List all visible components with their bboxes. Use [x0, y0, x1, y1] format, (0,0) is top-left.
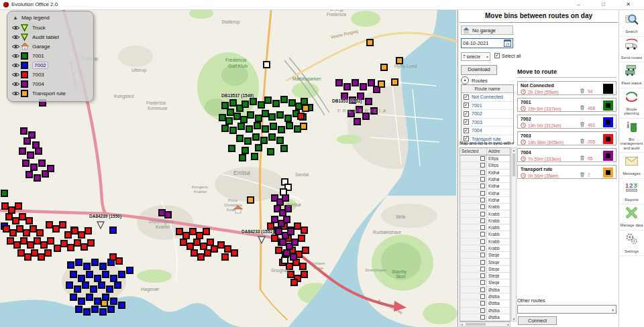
bin-red[interactable]: [59, 221, 66, 228]
bin-blue[interactable]: [70, 293, 77, 301]
route-checkbox[interactable]: ✓: [464, 128, 469, 133]
bin-red[interactable]: [203, 228, 210, 235]
bin-green[interactable]: [268, 113, 276, 121]
address-row[interactable]: Kidhø: [460, 176, 510, 183]
address-row[interactable]: Stege: [460, 266, 510, 273]
address-checkbox[interactable]: [480, 177, 485, 182]
bin-blue[interactable]: [91, 306, 99, 313]
bin-blue[interactable]: [83, 308, 91, 316]
address-checkbox[interactable]: [480, 225, 485, 230]
bin-green[interactable]: [278, 126, 285, 133]
address-row[interactable]: Krabb: [460, 210, 510, 217]
bin-green[interactable]: [228, 145, 235, 152]
bin-green[interactable]: [250, 98, 257, 105]
address-row[interactable]: Krabb: [460, 239, 510, 245]
bin-red[interactable]: [302, 247, 309, 254]
address-checkbox[interactable]: [480, 301, 485, 306]
scrollbar-thumb[interactable]: [513, 153, 515, 176]
bin-blue[interactable]: [86, 293, 93, 301]
bin-purple[interactable]: [20, 127, 28, 135]
address-row[interactable]: Ellips: [460, 155, 510, 162]
address-checkbox[interactable]: [480, 204, 485, 209]
bin-green[interactable]: [252, 133, 260, 141]
address-row[interactable]: Kidhø: [460, 190, 510, 196]
bin-orange[interactable]: [300, 123, 307, 130]
bin-blue[interactable]: [109, 226, 117, 234]
bin-blue[interactable]: [107, 306, 115, 313]
route-row[interactable]: ✓7004: [462, 127, 513, 135]
bin-green[interactable]: [276, 111, 284, 119]
bin-green[interactable]: [251, 153, 258, 160]
bin-green[interactable]: [280, 145, 288, 152]
bin-red[interactable]: [298, 235, 305, 242]
calendar-icon[interactable]: 15: [504, 40, 511, 47]
bin-red[interactable]: [36, 229, 44, 237]
visibility-eye-icon[interactable]: [11, 87, 21, 99]
address-checkbox[interactable]: [480, 218, 485, 223]
bin-blue[interactable]: [86, 271, 93, 278]
bin-purple[interactable]: [35, 147, 42, 155]
toolbar-item-messages[interactable]: Messages: [620, 153, 644, 179]
bin-blue[interactable]: [91, 259, 99, 266]
address-row[interactable]: Østba: [460, 287, 510, 293]
maximize-button[interactable]: □: [598, 1, 608, 8]
bin-purple[interactable]: [22, 159, 30, 167]
bin-green[interactable]: [247, 111, 254, 119]
bin-purple[interactable]: [164, 211, 172, 218]
bin-blue[interactable]: [90, 285, 97, 293]
bin-white[interactable]: [280, 188, 287, 196]
address-checkbox[interactable]: [480, 280, 485, 285]
address-checkbox[interactable]: [480, 163, 485, 168]
bin-purple[interactable]: [365, 98, 372, 105]
address-row[interactable]: Ellips: [460, 162, 510, 169]
bin-green[interactable]: [246, 125, 253, 133]
routes-section-header[interactable]: ▴ Routes: [461, 76, 488, 84]
bin-orange[interactable]: [302, 105, 309, 112]
bin-blue[interactable]: [99, 308, 107, 316]
bin-blue[interactable]: [118, 302, 125, 309]
bin-blue[interactable]: [75, 259, 83, 266]
bin-orange[interactable]: [378, 80, 385, 88]
bin-red[interactable]: [25, 217, 33, 224]
bin-red[interactable]: [52, 225, 60, 233]
truck-marker-icon[interactable]: [258, 235, 266, 247]
bin-red[interactable]: [47, 237, 54, 245]
address-checkbox[interactable]: [480, 294, 485, 299]
route-checkbox[interactable]: ✓: [464, 119, 469, 125]
move-route-card[interactable]: 700314h 38m (605km)205: [517, 131, 616, 145]
bin-green[interactable]: [1, 190, 8, 197]
scrollbar-thumb-h[interactable]: [466, 323, 486, 326]
address-row[interactable]: Kidhø: [460, 183, 510, 190]
garage-button[interactable]: No garage: [461, 25, 513, 35]
address-row[interactable]: Kidhø: [460, 170, 510, 176]
download-button[interactable]: Download: [461, 65, 497, 75]
address-checkbox[interactable]: [480, 273, 485, 278]
bin-red[interactable]: [299, 263, 307, 270]
bin-green[interactable]: [237, 123, 245, 130]
truck-marker-icon[interactable]: [97, 220, 105, 232]
bin-green[interactable]: [267, 148, 274, 155]
bin-purple[interactable]: [47, 165, 54, 172]
bin-green[interactable]: [255, 144, 262, 151]
bin-green[interactable]: [221, 125, 229, 132]
bin-red[interactable]: [301, 271, 308, 278]
address-row[interactable]: Østba: [460, 300, 510, 307]
address-row[interactable]: Krabb: [460, 224, 510, 231]
bin-blue[interactable]: [67, 261, 74, 269]
bin-blue[interactable]: [75, 306, 83, 313]
bin-green[interactable]: [241, 147, 249, 154]
bin-red[interactable]: [44, 249, 52, 257]
address-checkbox[interactable]: [480, 184, 485, 188]
bin-blue[interactable]: [110, 298, 117, 305]
bin-blue[interactable]: [114, 281, 121, 289]
bin-blue[interactable]: [74, 285, 81, 293]
bin-red[interactable]: [301, 226, 308, 234]
address-row[interactable]: Stege: [460, 279, 510, 286]
address-row[interactable]: Krabb: [460, 204, 510, 210]
address-row[interactable]: Østba: [460, 308, 510, 314]
bin-purple[interactable]: [27, 151, 34, 159]
address-horizontal-scrollbar[interactable]: ◂ ▸: [460, 322, 511, 327]
bin-purple[interactable]: [352, 79, 359, 86]
bin-red[interactable]: [87, 239, 95, 247]
address-row[interactable]: Stege: [460, 273, 510, 279]
